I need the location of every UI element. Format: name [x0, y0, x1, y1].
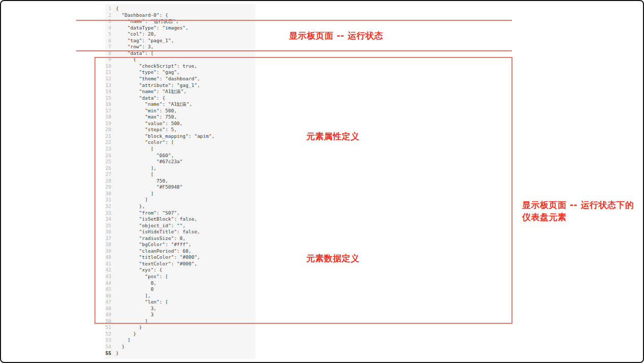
line-content: }: [116, 350, 119, 357]
annotation-dashboard-element-note: 显示板页面 -- 运行状态下的 仪表盘元素: [522, 199, 634, 223]
line-content: }: [116, 344, 124, 350]
annotation-divider-bottom: [76, 50, 512, 51]
line-number: 7: [98, 44, 111, 50]
code-line[interactable]: 6 "tag": "page_1",: [98, 38, 214, 44]
line-content: "tag": "page_1",: [116, 38, 174, 44]
code-line[interactable]: 4 "dataType": "images",: [98, 25, 214, 32]
line-number: 3: [98, 18, 111, 25]
annotation-attribute-definition: 元素属性定义: [306, 131, 360, 142]
line-number: 55: [98, 350, 111, 357]
code-line[interactable]: 3 "name": "运行状态",: [98, 18, 214, 25]
code-line[interactable]: 55}: [98, 350, 214, 357]
code-line[interactable]: 51 }: [98, 324, 214, 331]
code-line[interactable]: 1{: [98, 6, 214, 12]
annotation-divider-top: [76, 20, 512, 21]
line-content: }: [116, 331, 136, 338]
annotation-dashboard-element-line1: 显示板页面 -- 运行状态下的: [522, 199, 634, 211]
line-content: {: [116, 6, 119, 12]
code-line[interactable]: 2 "Dashboard-0": {: [98, 12, 214, 19]
code-line[interactable]: 54 }: [98, 344, 214, 350]
code-line[interactable]: 53 ]: [98, 337, 214, 344]
code-line[interactable]: 5 "col": 20,: [98, 31, 214, 38]
line-number: 4: [98, 25, 111, 32]
line-number: 52: [98, 331, 111, 338]
screenshot-frame: 1{2 "Dashboard-0": {3 "name": "运行状态",4 "…: [0, 0, 644, 363]
line-content: "name": "运行状态",: [116, 18, 179, 25]
line-number: 54: [98, 344, 111, 350]
annotation-dashboard-element-line2: 仪表盘元素: [522, 211, 634, 223]
annotation-page-title: 显示板页面 -- 运行状态: [289, 30, 383, 42]
line-number: 6: [98, 38, 111, 44]
line-number: 53: [98, 337, 111, 344]
code-line[interactable]: 52 }: [98, 331, 214, 338]
line-content: "Dashboard-0": {: [116, 12, 168, 19]
line-content: "dataType": "images",: [116, 25, 188, 32]
annotation-box-dashboard-element: [94, 57, 512, 324]
line-number: 51: [98, 324, 111, 331]
line-number: 1: [98, 6, 111, 12]
line-content: ]: [116, 337, 131, 344]
annotation-data-definition: 元素数据定义: [306, 253, 360, 264]
code-line[interactable]: 7 "row": 3,: [98, 44, 214, 50]
line-content: }: [116, 324, 142, 331]
line-content: "row": 3,: [116, 44, 153, 50]
line-number: 5: [98, 31, 111, 38]
line-content: "col": 20,: [116, 31, 156, 38]
line-number: 2: [98, 12, 111, 19]
